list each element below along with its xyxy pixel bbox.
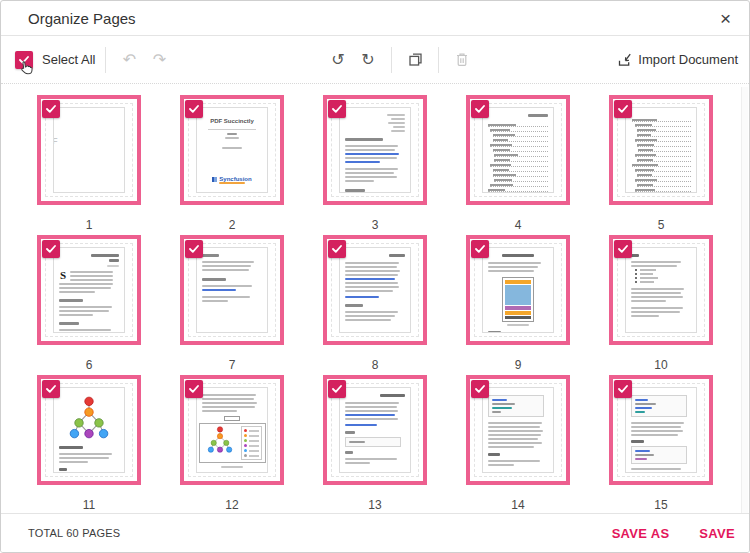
- page-thumbnail[interactable]: [323, 235, 427, 345]
- redo-button[interactable]: ↷: [146, 47, 172, 73]
- page-thumbnail[interactable]: [466, 95, 570, 205]
- page-checkbox[interactable]: [42, 380, 60, 398]
- pages-grid: PDF 1 PDF SuccinctlySyncfusion 2 3 4 5 S…: [1, 84, 749, 513]
- page-thumbnail[interactable]: [466, 375, 570, 485]
- page-cell: 9: [466, 235, 570, 375]
- page-cell: 11: [37, 375, 141, 513]
- check-icon: [46, 385, 56, 393]
- page-cell: 10: [609, 235, 713, 375]
- check-icon: [332, 245, 342, 253]
- page-number: 13: [368, 498, 381, 512]
- page-checkbox[interactable]: [614, 100, 632, 118]
- page-thumbnail[interactable]: PDF SuccinctlySyncfusion: [180, 95, 284, 205]
- page-cell: S 6: [37, 235, 141, 375]
- total-pages-label: TOTAL 60 PAGES: [28, 527, 120, 539]
- page-thumbnail[interactable]: S: [37, 235, 141, 345]
- page-thumbnail[interactable]: [180, 375, 284, 485]
- rotate-left-button[interactable]: ↺: [325, 47, 351, 73]
- save-button[interactable]: SAVE: [699, 526, 735, 541]
- check-icon: [189, 245, 199, 253]
- page-cell: 15: [609, 375, 713, 513]
- delete-pages-button[interactable]: [449, 47, 475, 73]
- page-number: 9: [515, 358, 522, 372]
- page-checkbox[interactable]: [328, 100, 346, 118]
- page-cell: 12: [180, 375, 284, 513]
- hand-cursor-icon: [19, 59, 35, 80]
- page-checkbox[interactable]: [328, 240, 346, 258]
- page-checkbox[interactable]: [471, 380, 489, 398]
- save-as-button[interactable]: SAVE AS: [612, 526, 670, 541]
- cover-title: PDF: [54, 137, 58, 146]
- page-thumbnail[interactable]: [609, 95, 713, 205]
- dialog-title: Organize Pages: [28, 10, 136, 27]
- page-checkbox[interactable]: [328, 380, 346, 398]
- page-cell: PDF 1: [37, 95, 141, 235]
- rotate-right-button[interactable]: ↻: [355, 47, 381, 73]
- select-all-checkbox[interactable]: [15, 51, 33, 69]
- check-icon: [189, 105, 199, 113]
- page-cell: 7: [180, 235, 284, 375]
- page-checkbox[interactable]: [185, 100, 203, 118]
- check-icon: [475, 245, 485, 253]
- trash-icon: [455, 52, 469, 67]
- page-number: 11: [83, 498, 95, 512]
- page-number: 3: [372, 218, 379, 232]
- page-checkbox[interactable]: [614, 240, 632, 258]
- page-cell: 13: [323, 375, 427, 513]
- copy-pages-button[interactable]: [402, 47, 428, 73]
- diagram-legend: [241, 426, 262, 460]
- page-thumbnail[interactable]: [323, 375, 427, 485]
- check-icon: [46, 105, 56, 113]
- page-number: 4: [515, 218, 522, 232]
- tree-diagram: [203, 426, 237, 453]
- toolbar-divider: [105, 47, 106, 73]
- import-document-label: Import Document: [638, 52, 738, 67]
- page-checkbox[interactable]: [185, 380, 203, 398]
- page-number: 7: [229, 358, 236, 372]
- page-checkbox[interactable]: [614, 380, 632, 398]
- rotate-right-icon: ↻: [361, 52, 374, 68]
- page-number: 10: [654, 358, 667, 372]
- toolbar: Select All ↶ ↷ ↺ ↻ Import Document: [1, 36, 749, 84]
- page-thumbnail[interactable]: PDF: [37, 95, 141, 205]
- vertical-scrollbar[interactable]: [741, 87, 748, 513]
- redo-icon: ↷: [153, 52, 166, 68]
- page-structure-diagram: [502, 277, 534, 322]
- check-icon: [332, 385, 342, 393]
- doc-title: PDF Succinctly: [210, 118, 254, 126]
- import-document-button[interactable]: Import Document: [617, 36, 738, 83]
- dialog-footer: TOTAL 60 PAGES SAVE AS SAVE: [1, 513, 749, 552]
- import-icon: [617, 52, 632, 67]
- page-cell: 4: [466, 95, 570, 235]
- check-icon: [618, 105, 628, 113]
- page-checkbox[interactable]: [185, 240, 203, 258]
- code-block: [631, 395, 687, 417]
- page-checkbox[interactable]: [471, 100, 489, 118]
- close-icon[interactable]: ×: [716, 7, 735, 30]
- check-icon: [618, 245, 628, 253]
- page-number: 2: [229, 218, 236, 232]
- page-thumbnail[interactable]: [609, 235, 713, 345]
- page-thumbnail[interactable]: [323, 95, 427, 205]
- page-thumbnail[interactable]: [37, 375, 141, 485]
- organize-pages-dialog: Organize Pages × Select All ↶ ↷ ↺ ↻: [0, 0, 750, 553]
- page-number: 6: [86, 358, 93, 372]
- page-number: 15: [654, 498, 667, 512]
- select-all-label[interactable]: Select All: [42, 52, 95, 67]
- toolbar-divider: [391, 47, 392, 73]
- page-checkbox[interactable]: [42, 240, 60, 258]
- page-number: 12: [225, 498, 238, 512]
- page-cell: PDF SuccinctlySyncfusion 2: [180, 95, 284, 235]
- page-thumbnail[interactable]: [609, 375, 713, 485]
- undo-button[interactable]: ↶: [116, 47, 142, 73]
- check-icon: [475, 385, 485, 393]
- check-icon: [332, 105, 342, 113]
- page-checkbox[interactable]: [42, 100, 60, 118]
- page-thumbnail[interactable]: [466, 235, 570, 345]
- rotate-left-icon: ↺: [331, 52, 344, 68]
- page-checkbox[interactable]: [471, 240, 489, 258]
- toolbar-divider: [438, 47, 439, 73]
- page-thumbnail[interactable]: [180, 235, 284, 345]
- page-cell: 3: [323, 95, 427, 235]
- code-block: [488, 395, 544, 417]
